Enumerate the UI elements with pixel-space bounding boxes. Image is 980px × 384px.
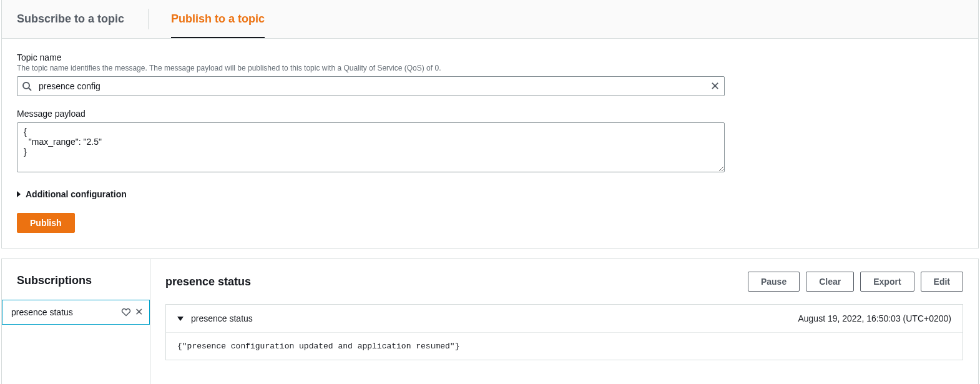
tab-separator [148, 9, 149, 29]
publish-button[interactable]: Publish [17, 213, 75, 233]
caret-right-icon [17, 191, 21, 197]
topic-name-field-wrap: ✕ [17, 76, 725, 96]
payload-label: Message payload [17, 109, 963, 119]
edit-button[interactable]: Edit [921, 272, 963, 292]
message-view-actions: Pause Clear Export Edit [748, 272, 963, 292]
subscription-name: presence status [11, 307, 73, 317]
message-body: {"presence configuration updated and app… [166, 333, 963, 360]
topic-name-label: Topic name [17, 52, 963, 62]
message-timestamp: August 19, 2022, 16:50:03 (UTC+0200) [798, 313, 951, 323]
subscription-item[interactable]: presence status ✕ [2, 300, 150, 325]
additional-config-label: Additional configuration [26, 189, 127, 199]
close-icon[interactable]: ✕ [135, 307, 143, 317]
additional-config-expander[interactable]: Additional configuration [17, 189, 963, 199]
tab-publish[interactable]: Publish to a topic [171, 0, 265, 38]
heart-icon[interactable] [121, 307, 131, 317]
message-topic: presence status [191, 313, 253, 323]
topic-name-input[interactable] [17, 76, 725, 96]
payload-textarea[interactable] [17, 122, 725, 172]
publish-panel: Subscribe to a topic Publish to a topic … [1, 0, 979, 249]
message-card: presence status August 19, 2022, 16:50:0… [165, 304, 963, 360]
message-card-header[interactable]: presence status August 19, 2022, 16:50:0… [166, 305, 963, 333]
caret-down-icon [177, 317, 184, 321]
message-view-header: presence status Pause Clear Export Edit [150, 259, 978, 304]
messages-panel: Subscriptions presence status ✕ presence… [1, 258, 979, 384]
message-view: presence status Pause Clear Export Edit … [150, 259, 978, 384]
pause-button[interactable]: Pause [748, 272, 800, 292]
clear-button[interactable]: Clear [806, 272, 854, 292]
subscriptions-sidebar: Subscriptions presence status ✕ [2, 259, 150, 384]
clear-input-icon[interactable]: ✕ [710, 81, 720, 91]
message-view-title: presence status [165, 275, 251, 288]
tab-subscribe[interactable]: Subscribe to a topic [17, 0, 124, 38]
export-button[interactable]: Export [860, 272, 914, 292]
tabs-bar: Subscribe to a topic Publish to a topic [2, 0, 978, 39]
subscriptions-header: Subscriptions [2, 259, 150, 300]
publish-form: Topic name The topic name identifies the… [2, 39, 978, 248]
topic-name-hint: The topic name identifies the message. T… [17, 64, 963, 72]
